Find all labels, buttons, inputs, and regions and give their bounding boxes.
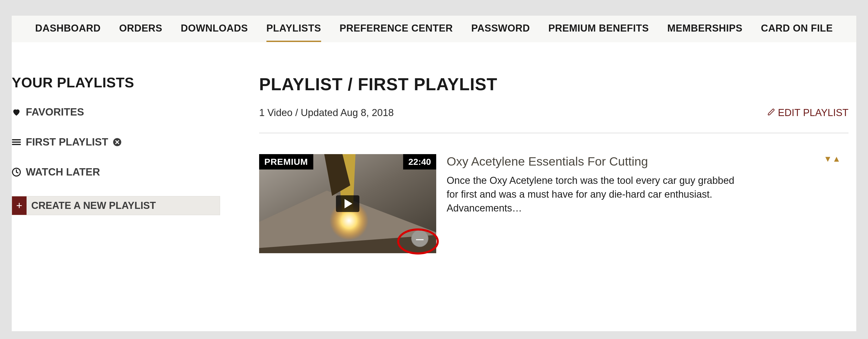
playlists-sidebar: YOUR PLAYLISTS FAVORITES FIRST PLAYLIST	[12, 74, 233, 215]
pencil-icon	[768, 107, 775, 118]
edit-playlist-label: EDIT PLAYLIST	[778, 107, 848, 118]
heart-icon	[12, 108, 21, 117]
video-description: Once the Oxy Acetylene torch was the too…	[446, 174, 738, 216]
sidebar-item-first-playlist[interactable]: FIRST PLAYLIST	[12, 136, 226, 148]
nav-downloads[interactable]: DOWNLOADS	[181, 16, 248, 42]
nav-playlists[interactable]: PLAYLISTS	[267, 16, 321, 42]
nav-dashboard[interactable]: DASHBOARD	[35, 16, 101, 42]
sidebar-item-label: FAVORITES	[26, 106, 84, 118]
nav-preference-center[interactable]: PREFERENCE CENTER	[340, 16, 453, 42]
premium-badge: PREMIUM	[259, 154, 313, 169]
playlist-video-row: PREMIUM 22:40 – Oxy Acetylene Essentials…	[259, 154, 848, 253]
play-icon[interactable]	[336, 195, 360, 212]
video-title[interactable]: Oxy Acetylene Essentials For Cutting	[446, 154, 848, 168]
sidebar-item-label: WATCH LATER	[26, 166, 100, 178]
account-nav: DASHBOARD ORDERS DOWNLOADS PLAYLISTS PRE…	[12, 16, 856, 42]
create-playlist-label: CREATE A NEW PLAYLIST	[27, 196, 220, 215]
sidebar-item-watch-later[interactable]: WATCH LATER	[12, 166, 226, 178]
nav-card-on-file[interactable]: CARD ON FILE	[761, 16, 833, 42]
nav-memberships[interactable]: MEMBERSHIPS	[667, 16, 742, 42]
create-playlist-button[interactable]: + CREATE A NEW PLAYLIST	[12, 196, 220, 215]
playlist-meta: 1 Video / Updated Aug 8, 2018	[259, 107, 394, 118]
sidebar-item-label: FIRST PLAYLIST	[26, 136, 108, 148]
edit-playlist-button[interactable]: EDIT PLAYLIST	[768, 107, 848, 118]
sort-indicator-icon[interactable]: ▼▲	[824, 154, 841, 164]
remove-playlist-icon[interactable]	[113, 138, 122, 146]
list-icon	[12, 138, 21, 146]
nav-premium-benefits[interactable]: PREMIUM BENEFITS	[549, 16, 649, 42]
sidebar-title: YOUR PLAYLISTS	[12, 74, 226, 90]
video-thumbnail[interactable]: PREMIUM 22:40 –	[259, 154, 436, 253]
nav-orders[interactable]: ORDERS	[119, 16, 162, 42]
playlist-heading: PLAYLIST / FIRST PLAYLIST	[259, 74, 848, 94]
sidebar-item-favorites[interactable]: FAVORITES	[12, 106, 226, 118]
plus-icon: +	[12, 196, 27, 215]
duration-badge: 22:40	[403, 154, 436, 169]
playlist-main: PLAYLIST / FIRST PLAYLIST 1 Video / Upda…	[259, 74, 856, 253]
nav-password[interactable]: PASSWORD	[471, 16, 530, 42]
clock-icon	[12, 167, 21, 177]
remove-from-playlist-button[interactable]: –	[411, 230, 428, 247]
